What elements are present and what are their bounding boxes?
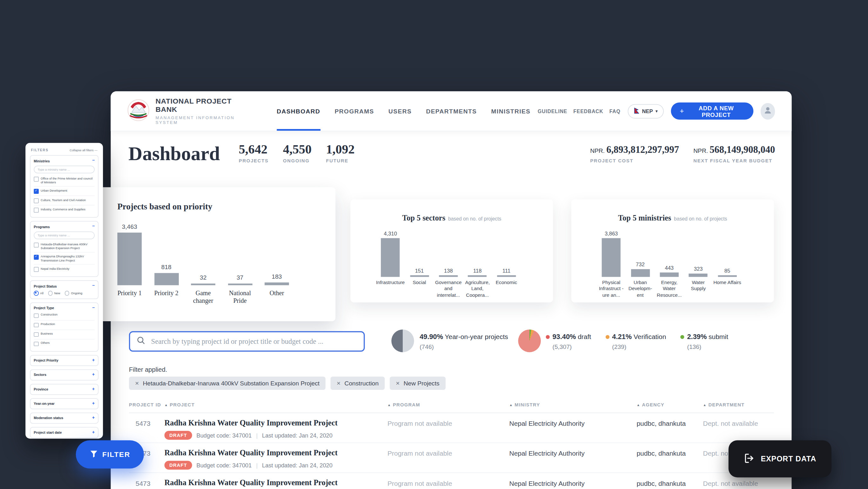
column-header-department[interactable]: ▲DEPARTMENT [703,402,774,407]
project-title[interactable]: Radha Krishna Water Quality Improvement … [164,479,388,487]
section-title: Year-on-year [34,402,54,405]
guideline-link[interactable]: GUIDELINE [538,109,567,114]
checkbox-item[interactable]: Industry, Commerce and Supplies [34,205,95,214]
collapse-icon[interactable]: − [92,305,95,310]
column-header-agency[interactable]: ▲AGENCY [637,402,703,407]
kpi-percent: 4.21% [612,333,632,341]
project-search [129,331,365,352]
funnel-icon [90,449,98,459]
expand-icon[interactable]: + [92,372,95,377]
radio-ongoing[interactable]: Ongoing [65,291,83,296]
table-row[interactable]: 5473 Radha Krishna Water Quality Improve… [129,413,774,443]
project-title[interactable]: Radha Krishna Water Quality Improvement … [164,449,388,458]
collapse-icon[interactable]: − [92,224,95,229]
bar [602,238,621,277]
filter-chip[interactable]: × Hetauda-Dhalkebar-Inaruwa 400kV Substa… [129,376,326,390]
checkbox[interactable] [34,255,38,259]
feedback-link[interactable]: FEEDBACK [573,109,603,114]
collapse-all-filters[interactable]: Collapse all filters — [69,148,97,152]
column-header-project[interactable]: ▲PROJECT [164,402,388,407]
chart-title: Top 5 ministries [618,214,671,222]
legend-verification: 4.21% Verification (239) [606,333,666,350]
sort-icon: ▲ [509,403,513,406]
ministry-search-input[interactable] [34,165,95,173]
filter-chip[interactable]: × New Projects [390,376,445,390]
checkbox-item[interactable]: Annapurna Dhungesaghu 132kV Transmission… [34,252,95,264]
checkbox-item[interactable]: Culture, Tourism and Civil Aviation [34,195,95,205]
checkbox[interactable] [34,342,38,346]
table-row[interactable]: 5473 Radha Krishna Water Quality Improve… [129,473,774,489]
column-header-ministry[interactable]: ▲MINISTRY [509,402,637,407]
year-on-year-kpi: 49.90% Year-on-year projects (746) [420,333,508,350]
add-new-project-button[interactable]: + ADD A NEW PROJECT [671,102,753,120]
search-input[interactable] [150,336,364,346]
checkbox[interactable] [34,332,38,337]
column-header-program[interactable]: ▲PROGRAM [388,402,509,407]
checkbox-item[interactable]: Urban Development [34,186,95,196]
checkbox[interactable] [34,177,38,181]
language-selector[interactable]: NEP ▾ [627,104,663,118]
tab-departments[interactable]: DEPARTMENTS [426,92,477,131]
section-header: Programs − [34,224,95,229]
status-badge: DRAFT [164,461,192,469]
collapse-icon[interactable]: − [92,158,95,163]
tab-dashboard[interactable]: DASHBOARD [277,92,320,131]
radio-button[interactable] [34,291,38,296]
checkbox[interactable] [34,313,38,318]
checkbox[interactable] [34,242,38,247]
close-icon[interactable]: × [135,380,139,387]
program-cell: Program not available [388,419,509,442]
bar [497,275,516,277]
bar-value: 323 [694,266,703,272]
radio-button[interactable] [65,291,69,296]
sort-icon: ▲ [388,403,391,406]
table-row[interactable]: 5473 Radha Krishna Water Quality Improve… [129,443,774,473]
summary-row: Dashboard 5,642 PROJECTS 4,550 ONGOING 1… [128,143,775,163]
radio-all[interactable]: All [34,291,43,296]
checkbox[interactable] [34,189,38,193]
priority-chart-card: Projects based on priority 3,463 Priorit… [100,187,336,321]
ministry-cell: Nepal Electricity Authority [509,419,637,442]
faq-link[interactable]: FAQ [610,109,621,114]
checkbox-item[interactable]: Business [34,329,95,339]
expand-icon[interactable]: + [92,416,95,420]
radio-new[interactable]: New [48,291,60,296]
kpi-percent: 49.90% [420,333,443,341]
section-header: Ministries − [34,158,95,163]
expand-icon[interactable]: + [92,430,95,435]
user-avatar[interactable] [761,103,775,119]
section-title: Project start date [34,430,62,434]
checkbox-item[interactable]: Nepal India Electricity [34,264,95,274]
checkbox-label: Office of the Prime Minister and council… [41,176,95,184]
filter-chip[interactable]: × Construction [331,376,384,390]
bar-column: 183 Other [258,222,295,305]
expand-icon[interactable]: + [92,358,95,363]
checkbox-item[interactable]: Others [34,339,95,348]
checkbox-item[interactable]: Construction [34,311,95,320]
checkbox-item[interactable]: Office of the Prime Minister and council… [34,175,95,186]
expand-icon[interactable]: + [92,387,95,392]
checkbox[interactable] [34,208,38,213]
close-icon[interactable]: × [396,380,400,387]
tab-programs[interactable]: PROGRAMS [335,92,374,131]
tab-ministries[interactable]: MINISTRIES [491,92,531,131]
radio-button[interactable] [48,291,53,296]
summary-stats: 5,642 PROJECTS 4,550 ONGOING 1,092 FUTUR… [239,143,355,163]
collapse-icon[interactable]: − [92,284,95,288]
checkbox-item[interactable]: Production [34,320,95,330]
checkbox[interactable] [34,198,38,203]
priority-bar-chart: 3,463 Priority 1 818 Priority 2 32 Game … [111,222,295,305]
section-title: Project Type [34,306,54,309]
export-data-button[interactable]: EXPORT DATA [728,440,832,478]
tab-users[interactable]: USERS [389,92,412,131]
close-icon[interactable]: × [337,380,340,387]
program-search-input[interactable] [34,232,95,239]
column-header-project-id[interactable]: PROJECT ID [129,402,164,407]
project-title[interactable]: Radha Krishna Water Quality Improvement … [164,419,388,428]
expand-icon[interactable]: + [92,401,95,406]
filter-button[interactable]: FILTER [76,440,144,469]
checkbox-item[interactable]: Hetauda-Dhalkebar-Inaruwa 400kV Substati… [34,241,95,252]
kpi-label: draft [578,333,591,341]
checkbox[interactable] [34,323,38,327]
checkbox[interactable] [34,267,38,272]
